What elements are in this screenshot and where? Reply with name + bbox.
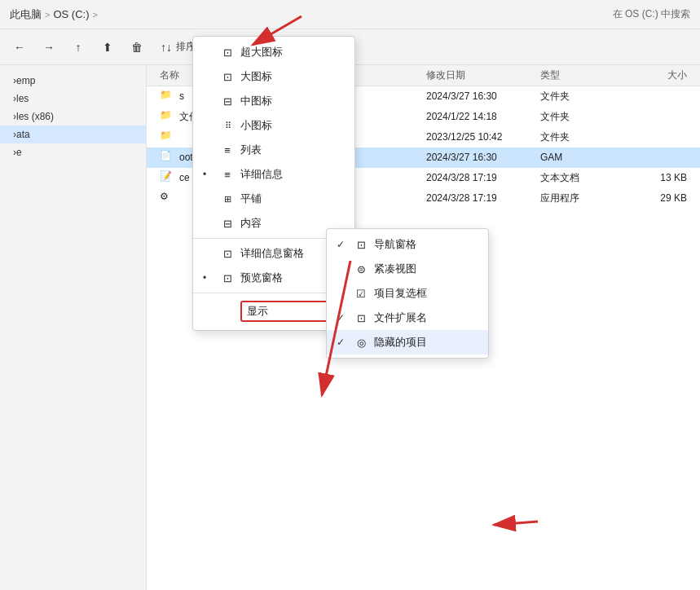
exe-icon: ⚙ (160, 191, 174, 205)
file-size: 13 KB (622, 172, 687, 183)
item-label: 显示 (240, 301, 338, 322)
submenu-item-extensions[interactable]: ✓ ⊡ 文件扩展名 (327, 306, 488, 330)
chevron-icon: › (13, 147, 16, 158)
chevron-icon: › (13, 129, 16, 140)
check-icon: • (203, 272, 216, 284)
check-icon: ✓ (337, 312, 350, 324)
file-type: 应用程序 (540, 192, 622, 205)
item-label: 超大图标 (240, 45, 345, 59)
menu-item-large[interactable]: ⊡ 大图标 (193, 64, 354, 89)
icon-extensions: ⊡ (353, 311, 369, 324)
delete-icon: 🗑 (130, 41, 143, 54)
col-header-type: 类型 (540, 68, 622, 82)
icon-small: ⠿ (219, 119, 236, 132)
icon-medium: ⊟ (219, 95, 236, 108)
sidebar-item-les86[interactable]: ›les (x86) (0, 108, 146, 125)
share-icon: ⬆ (101, 41, 114, 54)
file-icon: 📄 (160, 150, 174, 165)
file-type: 文件夹 (540, 110, 622, 124)
submenu-item-hidden[interactable]: ✓ ◎ 隐藏的项目 (327, 330, 488, 354)
sidebar-item-e[interactable]: ›e (0, 143, 146, 161)
sep2: > (93, 10, 98, 20)
file-date: 2024/3/27 16:30 (426, 152, 540, 163)
icon-list: ≡ (219, 143, 236, 156)
menu-item-medium[interactable]: ⊟ 中图标 (193, 89, 354, 113)
item-label: 中图标 (240, 94, 345, 108)
icon-show (219, 305, 236, 318)
menu-item-tiles[interactable]: ⊞ 平铺 (193, 187, 354, 211)
menu-item-small[interactable]: ⠿ 小图标 (193, 113, 354, 138)
item-label: 紧凑视图 (374, 262, 478, 276)
icon-compact: ⊜ (353, 262, 369, 275)
file-type: GAM (540, 152, 622, 163)
folder-icon: 📁 (160, 89, 174, 103)
file-date: 2024/3/28 17:19 (426, 172, 540, 183)
breadcrumb-pc[interactable]: 此电脑 (10, 7, 42, 22)
file-date: 2024/1/22 14:18 (426, 111, 540, 122)
up-icon: ↑ (72, 41, 85, 54)
item-label: 大图标 (240, 69, 345, 84)
item-label: 列表 (240, 143, 345, 157)
icon-content: ⊟ (219, 217, 236, 230)
show-submenu: ✓ ⊡ 导航窗格 ⊜ 紧凑视图 ☑ 项目复选框 ✓ ⊡ 文件扩展名 ✓ ◎ 隐藏… (326, 228, 489, 359)
check-icon: ✓ (337, 337, 350, 348)
icon-extra-large: ⊡ (219, 46, 236, 59)
chevron-icon: › (13, 75, 16, 86)
item-label: 项目复选框 (374, 286, 478, 301)
check-icon: • (203, 169, 216, 180)
sidebar-item-les[interactable]: ›les (0, 90, 146, 108)
file-date: 2024/3/28 17:19 (426, 192, 540, 204)
sidebar: ›emp ›les ›les (x86) ›ata ›e (0, 65, 147, 590)
item-label: 平铺 (240, 192, 345, 206)
submenu-item-nav-pane[interactable]: ✓ ⊡ 导航窗格 (327, 232, 488, 257)
submenu-item-compact[interactable]: ⊜ 紧凑视图 (327, 257, 488, 281)
check-icon: ✓ (337, 239, 350, 250)
submenu-item-checkboxes[interactable]: ☑ 项目复选框 (327, 281, 488, 306)
item-label: 隐藏的项目 (374, 335, 478, 350)
sep1: > (45, 10, 50, 20)
icon-details-pane: ⊡ (219, 247, 236, 260)
file-date: 2023/12/25 10:42 (426, 131, 540, 143)
item-label: 详细信息 (240, 167, 345, 182)
item-label: 小图标 (240, 118, 345, 133)
file-type: 文件夹 (540, 130, 622, 144)
share-button[interactable]: ⬆ (95, 37, 121, 58)
icon-tiles: ⊞ (219, 192, 236, 205)
delete-button[interactable]: 🗑 (124, 37, 150, 58)
title-bar: 此电脑 > OS (C:) > 在 OS (C:) 中搜索 (0, 0, 700, 29)
search-area[interactable]: 在 OS (C:) 中搜索 (613, 7, 690, 21)
folder-icon: 📁 (160, 130, 174, 144)
forward-button[interactable]: → (36, 37, 62, 58)
icon-preview-pane: ⊡ (219, 271, 236, 284)
menu-item-extra-large[interactable]: ⊡ 超大图标 (193, 40, 354, 64)
sort-icon: ↑↓ (160, 41, 173, 54)
file-size: 29 KB (622, 192, 687, 204)
folder-icon: 📁 (160, 109, 174, 124)
col-header-date: 修改日期 (426, 68, 540, 82)
chevron-icon: › (13, 93, 16, 104)
menu-item-list[interactable]: ≡ 列表 (193, 138, 354, 162)
file-date: 2024/3/27 16:30 (426, 90, 540, 102)
forward-icon: → (42, 41, 55, 54)
txt-icon: 📝 (160, 170, 174, 185)
icon-hidden: ◎ (353, 336, 369, 349)
sidebar-item-ata[interactable]: ›ata (0, 125, 146, 143)
col-header-size: 大小 (622, 68, 687, 82)
icon-details: ≡ (219, 168, 236, 181)
back-button[interactable]: ← (7, 37, 33, 58)
icon-checkboxes: ☑ (353, 287, 369, 300)
file-type: 文本文档 (540, 171, 622, 185)
file-type: 文件夹 (540, 90, 622, 103)
icon-nav-pane: ⊡ (353, 238, 369, 251)
icon-large: ⊡ (219, 70, 236, 83)
back-icon: ← (13, 41, 26, 54)
chevron-icon: › (13, 111, 16, 122)
breadcrumb: 此电脑 > OS (C:) > (10, 7, 98, 22)
menu-item-details[interactable]: • ≡ 详细信息 (193, 162, 354, 187)
item-label: 文件扩展名 (374, 310, 478, 325)
item-label: 导航窗格 (374, 237, 478, 252)
breadcrumb-drive[interactable]: OS (C:) (53, 8, 89, 20)
up-button[interactable]: ↑ (65, 37, 91, 58)
sidebar-item-emp[interactable]: ›emp (0, 72, 146, 90)
